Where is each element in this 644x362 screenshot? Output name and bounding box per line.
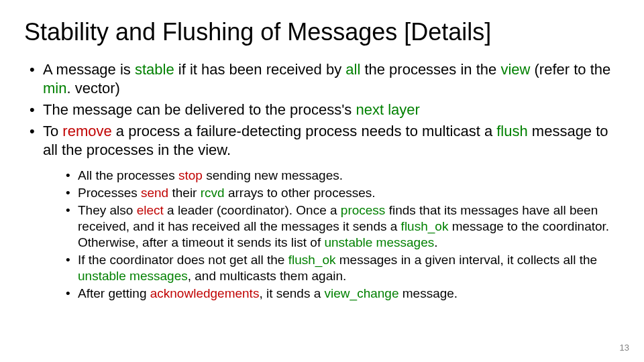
text: (refer to the [530,61,610,78]
text: , and multicasts them again. [188,269,347,283]
list-item: They also elect a leader (coordinator). … [78,202,620,251]
text: They also [78,203,137,217]
keyword: remove [62,123,111,139]
bullet-list-inner: All the processes stop sending new messa… [43,168,620,302]
text: To [43,123,62,139]
list-item: The message can be delivered to the proc… [43,101,620,119]
slide: Stability and Flushing of Messages [Deta… [0,0,644,362]
text: arrays to other processes. [225,186,376,200]
text: The message can be delivered to the proc… [43,101,356,118]
text: a process a failure-detecting process ne… [112,123,497,139]
text: All the processes [78,168,178,182]
list-item: All the processes stop sending new messa… [78,168,620,184]
text: After getting [78,286,150,300]
text: A message is [43,61,135,78]
list-item: If the coordinator does not get all the … [78,252,620,284]
keyword: next layer [356,101,419,118]
keyword: view [500,61,530,78]
keyword: process [341,203,386,217]
slide-title: Stability and Flushing of Messages [Deta… [24,19,620,46]
text: . vector) [66,80,119,97]
page-number: 13 [620,343,629,353]
keyword: elect [137,203,164,217]
keyword: all [345,61,360,78]
text: the processes in the [360,61,500,78]
keyword: view_change [325,286,399,300]
text: a leader (coordinator). Once a [164,203,341,217]
text: their [168,186,201,200]
keyword: acknowledgements [150,286,260,300]
bullet-list-outer: A message is stable if it has been recei… [24,60,620,302]
list-item: To remove a process a failure-detecting … [43,122,620,302]
keyword: unstable messages [324,235,434,249]
keyword: min [43,80,66,97]
text: If the coordinator does not get all the [78,253,288,267]
list-item: Processes send their rcvd arrays to othe… [78,185,620,201]
text: Processes [78,186,141,200]
text: . [434,235,437,249]
text: messages in a given interval, it collect… [336,253,598,267]
text: , it sends a [259,286,324,300]
text: message. [398,286,458,300]
keyword: flush_ok [288,253,336,267]
list-item: After getting acknowledgements, it sends… [78,286,620,302]
keyword: flush_ok [401,219,449,233]
keyword: flush [496,123,527,139]
keyword: stable [135,61,174,78]
keyword: send [141,186,168,200]
text: if it has been received by [174,61,346,78]
list-item: A message is stable if it has been recei… [43,60,620,98]
keyword: stop [178,168,203,182]
keyword: rcvd [201,186,225,200]
text: sending new messages. [203,168,343,182]
keyword: unstable messages [78,269,188,283]
